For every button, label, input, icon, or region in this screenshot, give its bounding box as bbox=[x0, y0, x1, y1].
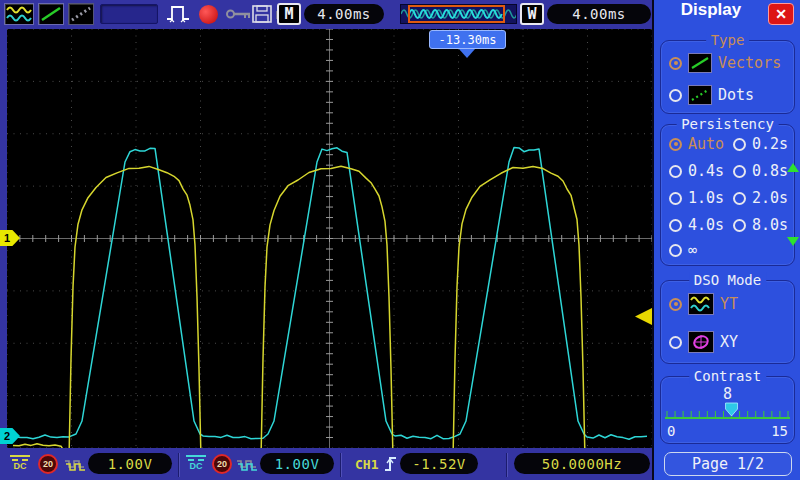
option-yt[interactable]: YT bbox=[669, 293, 738, 315]
dso-mode-group: DSO Mode YT bbox=[660, 280, 795, 364]
radio-xy[interactable] bbox=[669, 336, 682, 349]
radio-persist-04s[interactable] bbox=[669, 165, 682, 178]
option-persist-inf[interactable]: ∞ bbox=[669, 241, 697, 259]
vectors-label: Vectors bbox=[718, 54, 781, 72]
dots-line-icon bbox=[69, 4, 93, 24]
graticule-and-waveforms bbox=[7, 29, 652, 448]
panel-title: Display bbox=[654, 0, 768, 28]
option-persist-auto[interactable]: Auto bbox=[669, 135, 724, 153]
radio-persist-20s[interactable] bbox=[733, 192, 746, 205]
xy-mode-icon bbox=[688, 331, 714, 353]
yt-label: YT bbox=[720, 295, 738, 313]
radio-persist-02s[interactable] bbox=[733, 138, 746, 151]
option-persist-40s[interactable]: 4.0s bbox=[669, 216, 724, 234]
contrast-header: Contrast bbox=[689, 368, 766, 384]
radio-persist-auto[interactable] bbox=[669, 138, 682, 151]
preview-wave-icon bbox=[401, 5, 516, 23]
dots-mode-icon[interactable] bbox=[68, 3, 94, 25]
scroll-down-icon[interactable] bbox=[787, 237, 799, 246]
close-button[interactable]: ✕ bbox=[768, 3, 794, 25]
channels-icon[interactable] bbox=[4, 3, 34, 25]
persist-inf-label: ∞ bbox=[688, 241, 697, 259]
ch2-invert-icon bbox=[236, 457, 258, 477]
single-trigger-icon[interactable] bbox=[164, 3, 192, 25]
pulse-icon bbox=[165, 3, 191, 25]
display-settings-panel: Display ✕ Type Vectors Dots Persisten bbox=[652, 0, 800, 480]
dso-mode-header: DSO Mode bbox=[689, 272, 766, 288]
contrast-min-label: 0 bbox=[667, 423, 675, 439]
persist-10s-label: 1.0s bbox=[688, 189, 724, 207]
persist-20s-label: 2.0s bbox=[752, 189, 788, 207]
vectors-line-icon bbox=[39, 4, 63, 24]
radio-yt[interactable] bbox=[669, 298, 682, 311]
contrast-group: Contrast 8 0 15 bbox=[660, 376, 795, 444]
frequency-counter-value: 50.0000Hz bbox=[514, 453, 650, 474]
radio-dots[interactable] bbox=[669, 89, 682, 102]
persist-04s-label: 0.4s bbox=[688, 162, 724, 180]
main-timebase-value: 4.00ms bbox=[304, 4, 384, 24]
persist-80s-label: 8.0s bbox=[752, 216, 788, 234]
vectors-mode-icon[interactable] bbox=[38, 3, 64, 25]
option-persist-08s[interactable]: 0.8s bbox=[733, 162, 788, 180]
bottom-status-bar: DC 20 1.00V DC 20 1.00V bbox=[0, 450, 652, 480]
radio-persist-inf[interactable] bbox=[669, 244, 682, 257]
type-header: Type bbox=[706, 32, 750, 48]
scroll-up-icon[interactable] bbox=[787, 163, 799, 172]
floppy-save-icon bbox=[251, 4, 273, 24]
ch2-bandwidth-icon: 20 bbox=[212, 454, 232, 474]
persist-02s-label: 0.2s bbox=[752, 135, 788, 153]
option-persist-80s[interactable]: 8.0s bbox=[733, 216, 788, 234]
option-persist-02s[interactable]: 0.2s bbox=[733, 135, 788, 153]
trigger-level-value: -1.52V bbox=[400, 453, 478, 474]
toolbar-empty-field[interactable] bbox=[100, 4, 158, 24]
persist-40s-label: 4.0s bbox=[688, 216, 724, 234]
radio-persist-10s[interactable] bbox=[669, 192, 682, 205]
channels-waves-icon bbox=[5, 4, 33, 24]
option-persist-04s[interactable]: 0.4s bbox=[669, 162, 724, 180]
ch1-invert-icon bbox=[64, 457, 86, 477]
ch2-coupling-label: DC bbox=[190, 461, 203, 471]
ch1-coupling-label: DC bbox=[14, 461, 27, 471]
trigger-position-pointer-icon bbox=[459, 49, 475, 58]
option-dots[interactable]: Dots bbox=[669, 85, 754, 105]
record-button[interactable] bbox=[196, 3, 220, 25]
ch1-coupling-icon: DC bbox=[8, 455, 32, 471]
radio-vectors[interactable] bbox=[669, 57, 682, 70]
option-persist-20s[interactable]: 2.0s bbox=[733, 189, 788, 207]
record-preview-window[interactable] bbox=[400, 4, 517, 24]
xy-label: XY bbox=[720, 333, 738, 351]
persist-08s-label: 0.8s bbox=[752, 162, 788, 180]
ch2-bandwidth-value: 20 bbox=[217, 459, 227, 469]
top-toolbar: M 4.00ms W 4.00ms bbox=[0, 0, 652, 28]
window-timebase-badge: W bbox=[520, 3, 544, 25]
window-timebase-value: 4.00ms bbox=[547, 4, 651, 24]
option-vectors[interactable]: Vectors bbox=[669, 53, 781, 73]
divider bbox=[340, 453, 342, 477]
oscilloscope-screen: M 4.00ms W 4.00ms 1 2 -13.30ms Display ✕… bbox=[0, 0, 800, 480]
persistency-group: Persistency Auto 0.2s 0.4s 0.8s 1.0s bbox=[660, 124, 795, 266]
radio-persist-80s[interactable] bbox=[733, 219, 746, 232]
ch1-bandwidth-value: 20 bbox=[43, 459, 53, 469]
radio-persist-40s[interactable] bbox=[669, 219, 682, 232]
page-button[interactable]: Page 1/2 bbox=[664, 452, 792, 476]
persistency-header: Persistency bbox=[676, 116, 779, 132]
dots-label: Dots bbox=[718, 86, 754, 104]
ch2-scale-value: 1.00V bbox=[260, 453, 334, 474]
contrast-max-label: 15 bbox=[771, 423, 788, 439]
save-button[interactable] bbox=[250, 3, 274, 25]
type-group: Type Vectors Dots bbox=[660, 40, 795, 114]
divider bbox=[506, 453, 508, 477]
contrast-slider[interactable] bbox=[663, 401, 792, 423]
key-icon bbox=[225, 6, 253, 22]
option-xy[interactable]: XY bbox=[669, 331, 738, 353]
ch1-scale-value: 1.00V bbox=[88, 453, 172, 474]
option-persist-10s[interactable]: 1.0s bbox=[669, 189, 724, 207]
trigger-edge-icon bbox=[383, 454, 398, 478]
trigger-source-label: CH1 bbox=[355, 457, 378, 472]
radio-persist-08s[interactable] bbox=[733, 165, 746, 178]
vectors-icon bbox=[688, 53, 712, 73]
trigger-position-tag[interactable]: -13.30ms bbox=[429, 30, 506, 49]
ch2-coupling-icon: DC bbox=[184, 455, 208, 471]
record-icon bbox=[199, 5, 218, 24]
dots-icon bbox=[688, 85, 712, 105]
